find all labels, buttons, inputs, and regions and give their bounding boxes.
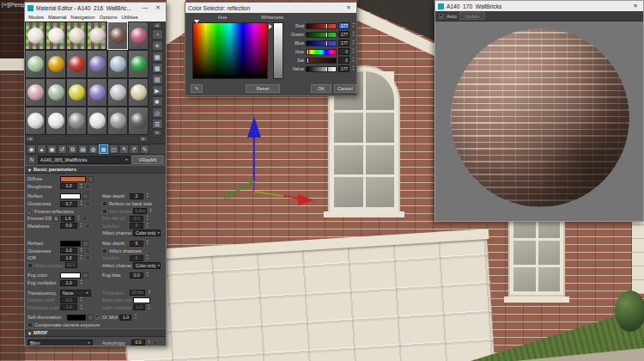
refract-color-swatch[interactable] [60,241,81,247]
ior-spinner[interactable]: ▲▼ [79,254,83,261]
refract-affect-channels-dropdown[interactable]: Color only ▼ [133,262,161,269]
metalness-spinner[interactable]: ▲▼ [79,223,83,229]
value-slider[interactable] [306,66,337,72]
show-end-result-icon[interactable]: ◫ [109,144,118,154]
video-color-check-icon[interactable]: ▧ [152,74,163,84]
blue-spinner[interactable]: ▲▼ [351,40,355,46]
menu-utilities[interactable]: Utilities [121,15,137,20]
auto-update-checkbox[interactable]: ✓ [439,14,444,19]
material-swatch[interactable] [107,50,128,78]
reflect-affect-channels-dropdown[interactable]: Color only ▼ [133,229,161,236]
fwd-back-coeff-field[interactable]: 1.0 [60,304,77,310]
metalness-field[interactable]: 0.0 [60,223,77,229]
dim-distance-checkbox[interactable] [102,209,107,214]
reset-button[interactable]: Reset [246,84,280,93]
get-material-icon[interactable]: ◉ [27,144,36,154]
reset-map-icon[interactable]: ↺ [58,144,67,154]
green-slider[interactable] [306,32,337,38]
dim-falloff-field[interactable]: 0.0 [130,216,143,222]
reflect-subdivs-spinner[interactable]: ▲▼ [145,223,149,229]
reflect-subdivs-field[interactable]: 8 [130,223,143,229]
metalness-map-button[interactable] [85,223,90,229]
sample-type-icon[interactable]: ◔ [152,29,163,40]
fog-bias-spinner[interactable]: ▲▼ [145,272,149,278]
material-swatch[interactable] [128,50,149,78]
roughness-spinner[interactable]: ▲▼ [79,183,83,190]
material-map-navigator-icon[interactable]: ☰ [152,119,163,129]
go-forward-to-sibling-icon[interactable]: ↱ [130,144,139,154]
hue-spinner[interactable]: ▲▼ [351,48,355,55]
red-value-field[interactable]: 177 [338,22,349,29]
scroll-down-icon[interactable]: ▼ [153,130,161,136]
blue-value-field[interactable]: 177 [338,40,349,46]
make-material-copy-icon[interactable]: ⧉ [68,144,77,154]
material-swatch[interactable] [46,78,66,107]
brdf-type-dropdown[interactable]: Blinn ▼ [27,340,93,346]
menu-navigation[interactable]: Navigation [70,15,94,20]
backlight-icon[interactable]: ☀ [152,40,163,51]
rollout-basic-parameters[interactable]: ▾ Basic parameters [25,165,166,174]
fog-color-swatch[interactable] [60,272,81,278]
refract-subdivs-field[interactable]: 8 [130,255,143,261]
close-button[interactable]: ✕ [153,3,163,13]
fog-multiplier-field[interactable]: 1.0 [60,280,77,286]
hue-slider[interactable] [306,49,337,55]
hue-saturation-box[interactable] [192,22,268,79]
material-swatch[interactable] [128,21,149,50]
red-spinner[interactable]: ▲▼ [351,22,355,29]
scroll-left-icon[interactable]: ◄ [26,136,34,142]
move-gizmo[interactable] [215,110,326,209]
material-type-button[interactable]: VRayMtl [132,156,163,164]
fresnel-reflections-checkbox[interactable]: ✓ [27,209,33,214]
blue-slider[interactable] [306,40,337,46]
material-swatch[interactable] [107,107,128,135]
pick-material-from-object-icon[interactable]: ✎ [140,144,149,154]
hue-value-field[interactable]: 0 [338,48,349,55]
fog-bias-field[interactable]: 0.0 [130,272,143,278]
material-swatch[interactable] [87,78,107,107]
material-swatch[interactable] [66,50,87,78]
fog-multiplier-spinner[interactable]: ▲▼ [79,279,83,286]
compensate-exposure-checkbox[interactable] [27,322,33,327]
sat-spinner[interactable]: ▲▼ [351,57,355,64]
close-icon[interactable]: ✕ [343,3,354,13]
material-name-dropdown[interactable]: A140_065_WallBricks ▼ [38,156,131,164]
fresnel-ior-lock-button[interactable]: L [53,216,59,222]
viewport-label[interactable]: [+][Persp [2,2,24,8]
reflect-glossiness-map-button[interactable] [85,201,90,206]
mult-spinner[interactable]: ▲▼ [133,314,137,321]
material-editor-titlebar[interactable]: Material Editor - A140_216_WallBric... —… [25,3,166,13]
material-swatch[interactable] [25,50,46,78]
preview-titlebar[interactable]: A140_170_WallBricks ✕ [435,1,643,11]
material-swatch[interactable] [66,78,87,107]
green-spinner[interactable]: ▲▼ [351,31,355,38]
anisotropy-field[interactable]: 0.0 [131,340,145,346]
sat-value-field[interactable]: 0 [338,57,349,64]
reflect-max-depth-spinner[interactable]: ▲▼ [145,193,149,199]
reflect-glossiness-spinner[interactable]: ▲▼ [79,200,83,207]
fog-color-map-button[interactable] [82,272,88,278]
thickness-field[interactable]: 10.0m [130,290,145,296]
material-swatch[interactable] [66,107,87,135]
material-swatch[interactable] [107,21,128,50]
assign-material-to-selection-icon[interactable]: ▣ [47,144,57,154]
menu-modes[interactable]: Modes [28,15,44,20]
light-multiplier-spinner[interactable]: ▲▼ [147,304,151,311]
fresnel-ior-map-button[interactable] [82,216,88,221]
self-illumination-swatch[interactable] [67,315,86,321]
reflect-max-depth-field[interactable]: 2 [130,193,143,199]
value-spinner[interactable]: ▲▼ [351,65,355,72]
menu-options[interactable]: Options [100,15,118,20]
minimize-button[interactable]: — [140,3,150,13]
material-swatch[interactable] [25,78,46,107]
roughness-map-button[interactable] [85,184,90,189]
sample-uv-tiling-icon[interactable]: ▩ [152,63,163,73]
scatter-coeff-spinner[interactable]: ▲▼ [79,297,83,303]
back-side-color-swatch[interactable] [133,297,150,303]
scroll-up-icon[interactable]: ▲ [153,22,161,28]
refract-glossiness-map-button[interactable] [85,248,90,254]
light-multiplier-field[interactable]: 1.0 [133,304,145,310]
material-swatch[interactable] [66,21,87,50]
diffuse-map-button[interactable] [88,176,94,182]
value-value-field[interactable]: 177 [338,65,349,72]
